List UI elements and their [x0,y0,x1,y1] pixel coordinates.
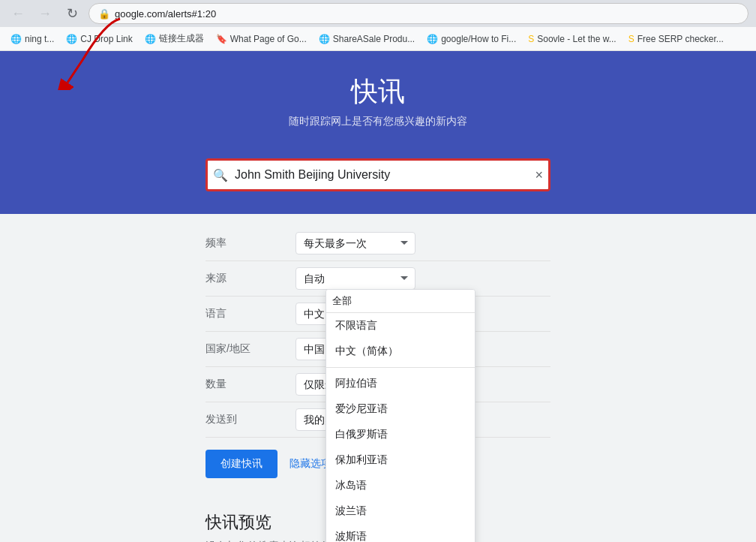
dropdown-item-polish[interactable]: 波兰语 [326,498,475,524]
dropdown-item-persian[interactable]: 波斯语 [326,524,475,542]
search-icon: 🔍 [213,168,228,182]
dropdown-header: 全部 [326,290,475,313]
language-label: 语言 [206,307,296,321]
bookmark-label: ShareASale Produ... [333,34,415,44]
frequency-select[interactable]: 每天最多一次 实时 每周一次 [296,232,416,254]
bookmark-label: 链接生成器 [159,32,204,45]
source-select[interactable]: 自动 [296,267,416,290]
bookmark-cj[interactable]: 🌐 CJ Drop Link [63,32,135,46]
dropdown-scroll[interactable]: 不限语言 中文（简体） 阿拉伯语 爱沙尼亚语 白俄罗斯语 保加利亚语 冰岛语 波… [326,313,475,542]
back-button[interactable]: ← [8,3,28,24]
quantity-label: 数量 [206,378,296,391]
frequency-label: 频率 [206,236,296,250]
clear-search-button[interactable]: × [535,167,543,183]
bookmark-google-how[interactable]: 🌐 google/How to Fi... [424,32,519,46]
bookmarks-bar: 🌐 ning t... 🌐 CJ Drop Link 🌐 链接生成器 🔖 Wha… [0,27,756,51]
bookmark-whatpage[interactable]: 🔖 What Page of Go... [213,32,310,46]
dropdown-item-chinese-simplified[interactable]: 中文（简体） [326,339,475,364]
url-text: google.com/alerts#1:20 [115,8,216,20]
create-alert-button[interactable]: 创建快讯 [206,450,278,478]
dropdown-item-bulgarian[interactable]: 保加利亚语 [326,447,475,473]
bookmark-label: ning t... [25,34,54,44]
bookmark-label: CJ Drop Link [80,34,132,44]
alerts-header: 快讯 随时跟踪网上是否有您感兴趣的新内容 [0,51,756,143]
dropdown-item-no-limit[interactable]: 不限语言 [326,313,475,339]
dropdown-item-belarusian[interactable]: 白俄罗斯语 [326,422,475,447]
lock-icon: 🔒 [98,8,110,20]
dropdown-item-estonian[interactable]: 爱沙尼亚语 [326,396,475,422]
source-label: 来源 [206,272,296,285]
dropdown-item-icelandic[interactable]: 冰岛语 [326,473,475,498]
dropdown-divider [326,367,475,368]
bookmark-serp[interactable]: S Free SERP checker... [626,32,727,46]
bookmark-ning[interactable]: 🌐 ning t... [8,32,57,46]
bookmark-label: Free SERP checker... [638,34,724,44]
alerts-title: 快讯 [0,74,756,110]
forward-button[interactable]: → [34,3,56,24]
dropdown-item-arabic[interactable]: 阿拉伯语 [326,371,475,396]
sendto-label: 发送到 [206,413,296,426]
bookmark-soovle[interactable]: S Soovle - Let the w... [525,32,619,46]
bookmark-label: google/How to Fi... [441,34,516,44]
language-dropdown[interactable]: 全部 不限语言 中文（简体） 阿拉伯语 爱沙尼亚语 白俄罗斯语 保加利亚语 冰岛… [326,289,476,542]
refresh-button[interactable]: ↻ [62,3,82,24]
bookmark-shareasale[interactable]: 🌐 ShareASale Produ... [316,32,418,46]
frequency-row: 频率 每天最多一次 实时 每周一次 [206,226,550,261]
url-bar[interactable]: 🔒 google.com/alerts#1:20 [88,3,748,24]
page-content: 快讯 随时跟踪网上是否有您感兴趣的新内容 🔍 × 频率 [0,51,756,542]
bookmark-label: Soovle - Let the w... [537,34,616,44]
search-input[interactable] [206,158,550,191]
bookmark-label: What Page of Go... [230,34,307,44]
region-label: 国家/地区 [206,342,296,356]
bookmark-link-gen[interactable]: 🌐 链接生成器 [142,31,207,47]
alerts-subtitle: 随时跟踪网上是否有您感兴趣的新内容 [0,115,756,128]
